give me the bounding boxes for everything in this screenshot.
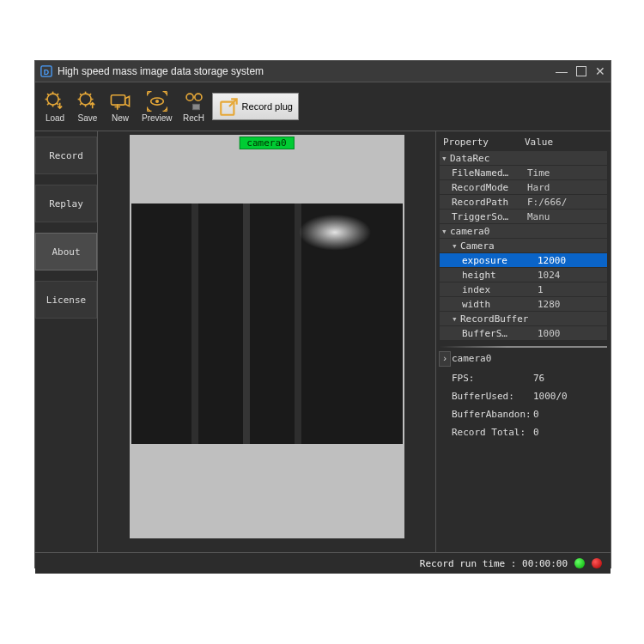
preview-button[interactable]: Preview	[138, 88, 176, 125]
svg-line-19	[89, 94, 91, 95]
tree-node-datarec[interactable]: ▾DataRec	[440, 151, 607, 165]
tree-row[interactable]: FileNamed…Time	[440, 166, 607, 179]
record-button[interactable]: RecH	[179, 88, 209, 125]
separator	[440, 346, 607, 348]
gear-up-icon	[76, 90, 99, 112]
tree-row[interactable]: RecordModeHard	[440, 180, 607, 194]
collapse-toggle[interactable]: ›	[439, 351, 451, 367]
tree-row[interactable]: RecordPathF:/666/	[440, 195, 607, 209]
record-plug-button[interactable]: Record plug	[212, 93, 299, 120]
svg-line-10	[57, 94, 58, 95]
run-time-label: Record run time : 00:00:00	[420, 558, 568, 569]
tree-row[interactable]: TriggerSo…Manu	[440, 210, 607, 223]
minimize-button[interactable]: —	[556, 64, 568, 79]
tree-row[interactable]: width1280	[440, 297, 607, 311]
properties-panel: Property Value ▾DataRec FileNamed…Time R…	[435, 131, 611, 552]
dual-camera-icon	[183, 90, 205, 112]
stats-camera: camera0	[452, 353, 604, 364]
preview-label: Preview	[142, 113, 173, 123]
status-dot-green	[574, 558, 585, 568]
tree-node-camera0[interactable]: ▾camera0	[440, 224, 607, 238]
camera-plus-icon	[109, 90, 131, 112]
eye-icon	[146, 90, 168, 112]
sidebar: Record Replay About License	[35, 131, 98, 552]
gear-down-icon	[44, 90, 66, 112]
bufferused-label: BufferUsed:	[452, 391, 533, 402]
load-label: Load	[46, 113, 64, 123]
svg-point-22	[155, 100, 159, 103]
tree-node-recordbuffer[interactable]: ▾RecordBuffer	[440, 312, 607, 325]
titlebar: D High speed mass image data storage sys…	[35, 61, 611, 82]
header-property: Property	[443, 137, 525, 148]
maximize-button[interactable]	[576, 64, 586, 79]
svg-line-16	[80, 94, 82, 95]
svg-line-8	[57, 103, 58, 105]
tree-row-exposure[interactable]: exposure12000	[440, 253, 607, 267]
svg-line-7	[47, 94, 49, 95]
tree-row[interactable]: index1	[440, 283, 607, 296]
fps-value: 76	[533, 373, 544, 384]
close-button[interactable]: ✕	[595, 64, 605, 79]
sidebar-item-about[interactable]: About	[35, 233, 97, 270]
external-icon	[218, 95, 240, 118]
save-button[interactable]: Save	[73, 88, 102, 125]
app-icon: D	[40, 65, 52, 77]
save-label: Save	[78, 113, 98, 123]
svg-text:D: D	[44, 68, 49, 76]
svg-point-23	[186, 94, 193, 100]
reco-label: RecH	[183, 113, 204, 123]
svg-point-24	[194, 94, 201, 100]
properties-header: Property Value	[440, 135, 607, 151]
load-button[interactable]: Load	[40, 88, 70, 125]
svg-line-18	[80, 103, 82, 105]
new-button[interactable]: New	[106, 88, 135, 125]
statusbar: Record run time : 00:00:00	[35, 552, 611, 574]
camera-image	[131, 204, 403, 444]
window-title: High speed mass image data storage syste…	[58, 65, 264, 77]
recordtotal-label: Record Total:	[452, 427, 533, 438]
tree-node-camera[interactable]: ▾Camera	[440, 239, 607, 252]
camera-stats: camera0 FPS:76 BufferUsed:1000/0 BufferA…	[440, 351, 607, 445]
tree-row[interactable]: height1024	[440, 268, 607, 282]
viewport: camera0	[98, 131, 435, 552]
properties-tree: ▾DataRec FileNamed…Time RecordModeHard R…	[440, 151, 607, 341]
sidebar-item-record[interactable]: Record	[35, 137, 97, 174]
app-window: D High speed mass image data storage sys…	[34, 60, 611, 568]
header-value: Value	[525, 137, 553, 148]
bufferused-value: 1000/0	[533, 391, 568, 402]
toolbar: Load Save New Preview RecH Record plug	[35, 82, 611, 131]
bufferabandon-value: 0	[533, 409, 539, 420]
svg-line-9	[47, 103, 49, 105]
record-plug-label: Record plug	[242, 101, 293, 112]
preview-frame: camera0	[130, 135, 404, 538]
sidebar-item-license[interactable]: License	[35, 281, 97, 319]
svg-rect-25	[192, 104, 199, 110]
bufferabandon-label: BufferAbandon:	[452, 409, 533, 420]
camera-label: camera0	[239, 137, 294, 149]
new-label: New	[112, 113, 129, 123]
sidebar-item-replay[interactable]: Replay	[35, 185, 97, 222]
recordtotal-value: 0	[533, 427, 539, 438]
status-dot-red	[592, 558, 602, 568]
svg-rect-20	[111, 95, 125, 105]
fps-label: FPS:	[452, 373, 533, 384]
tree-row[interactable]: BufferS…1000	[440, 326, 607, 340]
